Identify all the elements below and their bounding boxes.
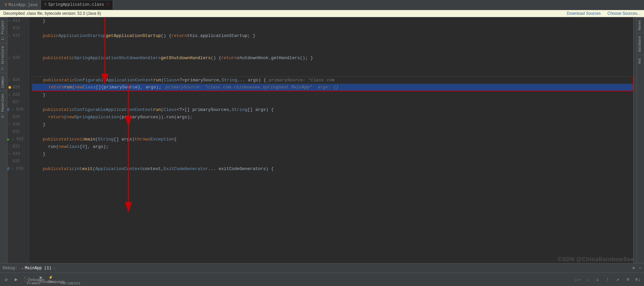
gutter-row-830: ▽830 [7,121,26,128]
tab-bar: J MainApp.java C SpringApplication.class… [0,0,644,10]
code-line-829: return ( new SpringApplication (primaryS… [32,113,633,121]
tab-springapplication[interactable]: C SpringApplication.class ⬇ [41,0,113,10]
gutter-row-824: ▷824 [7,76,26,84]
gutter-row-829: 829 [7,113,26,121]
step-into-btn[interactable]: ↓ [583,275,592,284]
java-icon: J [5,3,7,7]
close-arrow-indicator: ⬇ [106,2,109,7]
code-line-816: public ApplicationStartup getApplication… [32,32,633,39]
force-step-btn[interactable]: ⇓ [593,275,602,284]
right-panel-database[interactable]: Database [637,33,644,55]
class-icon: C [44,3,46,6]
code-line-825: return run ( new Class []{primarySource}… [32,84,633,91]
step-out-btn[interactable]: ↑ [603,275,612,284]
sidebar-favorites[interactable]: 2: Favorites [0,91,7,121]
run-to-cursor-btn[interactable]: ↗ [613,275,622,284]
trace-current-btn[interactable]: ≡↓ [633,275,643,284]
watermark: CSDN @ChinaRainbowSea [558,256,634,262]
code-line-826: } [32,91,633,98]
code-line-835 [32,158,633,165]
left-sidebar: 1: Project 7: Structure Commit 2: Favori… [0,17,7,263]
code-line-blank4 [32,69,633,76]
endpoints-tab-btn[interactable]: ⚡ Endpoints [52,275,61,284]
gutter-row-blank1 [7,39,26,47]
code-line-blank2 [32,47,633,54]
toolbar: ↺ ▶ ⬛ Debugger ▶ Console ⚡ Endpoints ↓→ … [0,273,644,286]
info-bar-links: Download Sources Choose Sources... [567,11,641,16]
gutter-row-828: @▷828 [7,106,26,113]
debug-bar: Debug: ☕ MainApp (1) ✕ ⚙ — [0,263,644,273]
tab-label-springapplication: SpringApplication.class [48,2,104,7]
gutter-row-825: 825 [7,84,26,91]
code-line-831 [32,128,633,135]
code-line-832: public static void main ( String [] args… [32,135,633,143]
right-panel-maven[interactable]: Maven [637,17,644,33]
tab-mainapp[interactable]: J MainApp.java [1,0,41,10]
info-bar-text: Decompiled .class file, bytecode version… [3,11,101,16]
debug-label: Debug: [3,266,17,271]
sidebar-commit[interactable]: Commit [0,73,7,91]
debug-mainapp-tab[interactable]: ☕ MainApp (1) ✕ [21,266,55,271]
download-sources-link[interactable]: Download Sources [567,11,601,16]
settings-gear-icon[interactable]: ⚙ [633,265,635,271]
right-panels: Maven Database Ant [637,17,644,263]
gutter-row-blank3 [7,62,26,69]
code-line-820: public static SpringApplicationShutdownH… [32,54,633,62]
gutter-row-831: 831 [7,128,26,135]
code-line-833: run( new Class [ 0 ], args); [32,143,633,150]
gutter-row-826: ▽826 [7,91,26,98]
debug-tab-close[interactable]: ✕ [53,266,55,270]
line-number-gutter: ▽814 815 ▷816 ▷820 [7,17,29,263]
endpoints-label: ⚡ Endpoints [48,275,65,284]
gutter-row-814: ▽814 [7,17,26,25]
code-line-815 [32,25,633,32]
gutter-row-827: 827 [7,98,26,106]
debug-java-icon: ☕ [21,266,24,270]
code-area: } public ApplicationStartup getApplicati… [29,17,633,263]
sidebar-structure[interactable]: 7: Structure [0,43,7,73]
gutter-row-833: 833 [7,143,26,150]
gutter-row-816: ▷816 [7,32,26,39]
code-line-834: } [32,150,633,158]
gutter-row-834: ▽834 [7,150,26,158]
step-over-btn[interactable]: ↓→ [573,275,582,284]
code-line-814: } [32,17,633,25]
code-line-824: public static ConfigurableApplicationCon… [32,76,633,84]
code-line-blank1 [32,39,633,47]
right-panel-ant[interactable]: Ant [637,55,644,67]
debug-tab-label: MainApp (1) [25,266,51,271]
info-bar: Decompiled .class file, bytecode version… [0,10,644,17]
code-line-blank3 [32,62,633,69]
gutter-row-blank2 [7,47,26,54]
resume-btn[interactable]: ▶ [11,275,21,284]
sidebar-project[interactable]: 1: Project [0,17,7,43]
breakpoint-dot [8,86,11,89]
scrollbar[interactable] [633,17,637,263]
choose-sources-link[interactable]: Choose Sources... [607,11,641,16]
gutter-row-835: 835 [7,158,26,165]
code-line-836: public static int exit ( ApplicationCont… [32,165,633,172]
gutter-row-blank4 [7,69,26,76]
gutter-row-820: ▷820 [7,54,26,62]
code-line-830: } [32,121,633,128]
code-line-828: public static ConfigurableApplicationCon… [32,106,633,113]
gutter-row-836: @▷836 [7,165,26,172]
debug-menu-icon[interactable]: — [639,266,641,271]
restart-btn[interactable]: ↺ [1,275,11,284]
evaluate-btn[interactable]: ≡ [623,275,633,284]
gutter-row-815: 815 [7,25,26,32]
gutter-row-832: ▶▷832 [7,135,26,143]
code-line-827 [32,98,633,106]
tab-label-mainapp: MainApp.java [8,3,37,7]
